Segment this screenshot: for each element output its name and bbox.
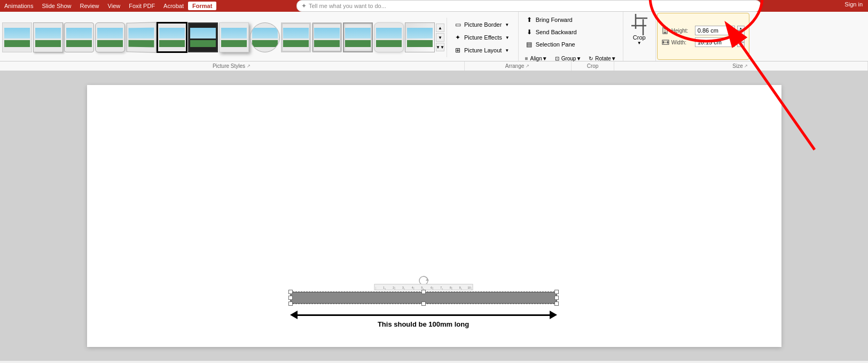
arrange-expand[interactable]: ↗ bbox=[524, 63, 530, 69]
slide-object[interactable]: 1 2 3 4 5 6 7 8 9 10 bbox=[290, 291, 557, 304]
scroll-up[interactable]: ▲ bbox=[436, 24, 444, 32]
crop-button[interactable]: Crop ▼ bbox=[628, 14, 651, 48]
slide[interactable]: 1 2 3 4 5 6 7 8 9 10 bbox=[87, 85, 781, 347]
picture-border-label: Picture Border bbox=[464, 21, 502, 28]
handle-tl[interactable] bbox=[288, 290, 293, 294]
arrow-line bbox=[298, 314, 550, 316]
handle-bl[interactable] bbox=[288, 302, 293, 306]
pic-style-13[interactable] bbox=[374, 22, 404, 52]
svg-text:3: 3 bbox=[402, 287, 403, 289]
selection-pane-button[interactable]: ▤ Selection Pane bbox=[522, 38, 620, 50]
arrange-label-cell: Arrange ↗ bbox=[465, 61, 572, 71]
handle-tm[interactable] bbox=[421, 290, 426, 294]
picture-styles-section: ▲ ▼ ▼▼ ▭ Picture Border ▼ ✦ Picture Effe… bbox=[0, 12, 519, 61]
picture-effects-button[interactable]: ✦ Picture Effects ▼ bbox=[450, 32, 513, 43]
pic-style-7[interactable] bbox=[188, 22, 218, 52]
picture-styles-expand[interactable]: ↗ bbox=[245, 63, 252, 69]
svg-text:1: 1 bbox=[383, 287, 385, 289]
menu-animations[interactable]: Animations bbox=[0, 2, 37, 10]
double-arrow bbox=[290, 311, 557, 319]
picture-border-button[interactable]: ▭ Picture Border ▼ bbox=[450, 19, 513, 30]
pic-style-10[interactable] bbox=[281, 22, 311, 52]
slide-area: 1 2 3 4 5 6 7 8 9 10 bbox=[0, 71, 868, 361]
menu-bar: Animations Slide Show Review View Foxit … bbox=[0, 0, 868, 12]
pic-style-6[interactable] bbox=[157, 22, 187, 52]
arrow-head-left bbox=[290, 311, 298, 319]
menu-foxit[interactable]: Foxit PDF bbox=[124, 2, 159, 10]
selection-box bbox=[290, 291, 557, 304]
bring-forward-button[interactable]: ⬆ Bring Forward bbox=[522, 14, 620, 26]
pic-style-3[interactable] bbox=[64, 22, 94, 52]
menu-format[interactable]: Format bbox=[188, 2, 216, 10]
picture-effects-icon: ✦ bbox=[453, 33, 462, 42]
height-input[interactable]: 0.86 cm bbox=[695, 26, 735, 35]
picture-layout-button[interactable]: ⊞ Picture Layout ▼ bbox=[450, 44, 513, 56]
svg-marker-14 bbox=[426, 279, 429, 281]
send-backward-label: Send Backward bbox=[536, 29, 577, 35]
crop-icon bbox=[631, 16, 648, 33]
menu-slideshow[interactable]: Slide Show bbox=[37, 2, 75, 10]
rotate-label: Rotate▼ bbox=[595, 56, 616, 61]
crop-label-cell: Crop bbox=[572, 61, 614, 71]
pic-style-2[interactable] bbox=[33, 22, 63, 52]
pic-style-1[interactable] bbox=[2, 22, 32, 52]
size-expand[interactable]: ↗ bbox=[743, 63, 749, 69]
picture-styles-label-cell: Picture Styles ↗ bbox=[0, 61, 465, 71]
handle-br[interactable] bbox=[554, 302, 559, 306]
handle-tr[interactable] bbox=[554, 290, 559, 294]
crop-label: Crop bbox=[633, 34, 646, 41]
width-spin-up[interactable]: ▲ bbox=[737, 37, 745, 42]
pic-style-9[interactable] bbox=[250, 22, 280, 52]
arrange-section-label: Arrange bbox=[505, 63, 525, 69]
tell-me-bar[interactable]: ✦ Tell me what you want to do... bbox=[296, 0, 761, 12]
ribbon-labels-row: Picture Styles ↗ Arrange ↗ Crop Size ↗ bbox=[0, 61, 868, 71]
menu-view[interactable]: View bbox=[104, 2, 125, 10]
picture-effects-label: Picture Effects bbox=[464, 34, 502, 41]
selection-pane-label: Selection Pane bbox=[536, 41, 575, 48]
pic-style-11[interactable] bbox=[312, 22, 342, 52]
svg-text:9: 9 bbox=[459, 287, 460, 289]
height-icon bbox=[662, 27, 669, 34]
size-section-label: Size bbox=[732, 63, 742, 69]
pic-style-8[interactable] bbox=[219, 22, 249, 52]
height-spin-up[interactable]: ▲ bbox=[737, 26, 745, 30]
ribbon: ▲ ▼ ▼▼ ▭ Picture Border ▼ ✦ Picture Effe… bbox=[0, 12, 868, 61]
picture-effects-arrow: ▼ bbox=[505, 35, 510, 40]
sign-in-button[interactable]: Sign in bbox=[839, 0, 868, 9]
svg-text:7: 7 bbox=[440, 287, 442, 289]
svg-text:10: 10 bbox=[467, 287, 471, 289]
width-input[interactable]: 10.15 cm bbox=[695, 37, 735, 47]
selection-pane-icon: ▤ bbox=[525, 40, 534, 49]
height-spinner: ▲ ▼ bbox=[737, 26, 745, 35]
width-icon bbox=[662, 38, 669, 46]
arrow-label: This should be 100mm long bbox=[378, 320, 469, 328]
handle-bm[interactable] bbox=[421, 302, 426, 306]
handle-mr[interactable] bbox=[554, 296, 559, 300]
size-section: Height: 0.86 cm ▲ ▼ bbox=[657, 13, 749, 60]
scroll-down[interactable]: ▼ bbox=[436, 33, 444, 42]
menu-acrobat[interactable]: Acrobat bbox=[159, 2, 188, 10]
width-value: 10.15 cm bbox=[698, 39, 722, 45]
rotate-icon: ↻ bbox=[589, 56, 593, 61]
arrow-annotation: This should be 100mm long bbox=[290, 311, 557, 328]
pic-style-12[interactable] bbox=[343, 22, 373, 52]
align-label: Align▼ bbox=[530, 56, 547, 61]
arrange-buttons: ⬆ Bring Forward ⬇ Send Backward ▤ Select… bbox=[522, 12, 620, 52]
handle-ml[interactable] bbox=[288, 296, 293, 300]
picture-layout-icon: ⊞ bbox=[453, 46, 462, 55]
send-backward-button[interactable]: ⬇ Send Backward bbox=[522, 26, 620, 38]
pic-style-4[interactable] bbox=[95, 22, 125, 52]
arrow-head-right bbox=[550, 311, 557, 319]
scroll-expand[interactable]: ▼▼ bbox=[436, 43, 444, 51]
picture-border-arrow: ▼ bbox=[505, 22, 509, 27]
pic-style-14[interactable] bbox=[405, 22, 435, 52]
width-input-row: Width: 10.15 cm ▲ ▼ bbox=[662, 37, 745, 47]
height-spin-down[interactable]: ▼ bbox=[737, 30, 745, 35]
width-spin-down[interactable]: ▼ bbox=[737, 42, 745, 47]
picture-options-buttons: ▭ Picture Border ▼ ✦ Picture Effects ▼ ⊞… bbox=[447, 18, 516, 57]
pic-style-5[interactable] bbox=[127, 22, 157, 52]
svg-text:2: 2 bbox=[393, 287, 394, 289]
width-spinner: ▲ ▼ bbox=[737, 37, 745, 47]
menu-review[interactable]: Review bbox=[75, 2, 103, 10]
svg-rect-15 bbox=[376, 284, 471, 290]
